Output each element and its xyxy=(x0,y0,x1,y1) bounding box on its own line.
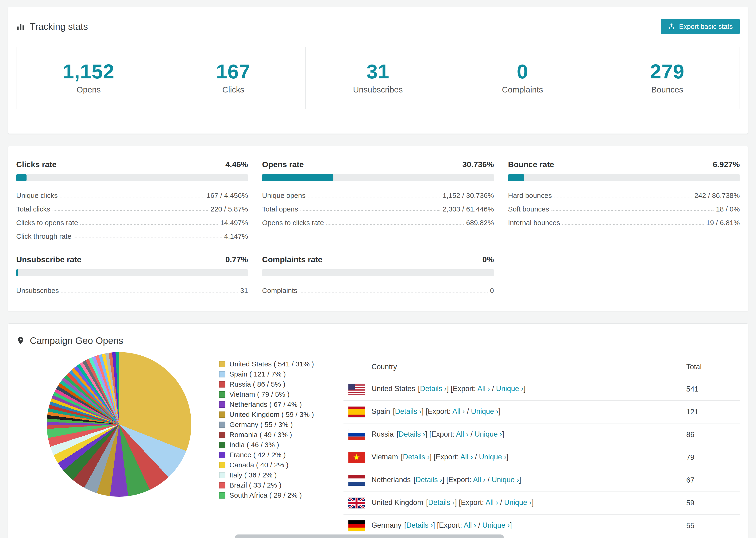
legend-item: United Kingdom ( 59 / 3% ) xyxy=(219,409,314,420)
legend-color-swatch xyxy=(219,391,225,398)
rate-rows: Complaints 0 xyxy=(262,282,494,296)
dotted-leader xyxy=(554,197,692,197)
details-link[interactable]: Details › xyxy=(428,498,455,507)
dotted-leader xyxy=(60,197,204,197)
stat-label: Bounces xyxy=(595,85,739,94)
punctuation: ] xyxy=(507,453,509,461)
legend-label: Italy ( 36 / 2% ) xyxy=(229,471,277,479)
punctuation: [ xyxy=(401,453,403,461)
rate-row-label: Unsubscribes xyxy=(16,287,59,296)
country-total: 59 xyxy=(686,492,740,514)
legend-label: Russia ( 86 / 5% ) xyxy=(229,380,285,388)
stat-box: 167 Clicks xyxy=(161,47,306,109)
details-link[interactable]: Details › xyxy=(399,430,425,438)
export-unique-link[interactable]: Unique › xyxy=(496,385,523,393)
rate-row: Unsubscribes 31 xyxy=(16,282,248,296)
rate-block: Bounce rate 6.927% Hard bounces 242 / 86… xyxy=(508,160,740,241)
country-total: 67 xyxy=(686,469,740,492)
export-all-link[interactable]: All › xyxy=(486,498,498,507)
export-unique-link[interactable]: Unique › xyxy=(471,407,499,415)
country-name: United States xyxy=(371,385,415,393)
export-all-link[interactable]: All › xyxy=(456,430,468,438)
legend-item: Spain ( 121 / 7% ) xyxy=(219,369,314,379)
legend-color-swatch xyxy=(219,472,225,478)
punctuation: ] xyxy=(531,498,534,507)
country-name: Netherlands xyxy=(371,476,411,484)
details-link[interactable]: Details › xyxy=(406,521,433,529)
stat-box: 1,152 Opens xyxy=(17,47,161,109)
legend-color-swatch xyxy=(219,432,225,438)
dotted-leader xyxy=(326,224,464,225)
geo-legend: United States ( 541 / 31% ) Spain ( 121 … xyxy=(219,359,314,501)
export-all-link[interactable]: All › xyxy=(473,476,486,484)
export-all-link[interactable]: All › xyxy=(460,453,473,461)
rate-progress-fill xyxy=(16,269,18,276)
export-unique-link[interactable]: Unique › xyxy=(479,453,507,461)
details-link[interactable]: Details › xyxy=(395,407,422,415)
export-all-link[interactable]: All › xyxy=(453,407,465,415)
punctuation: [ xyxy=(393,407,395,415)
export-all-link[interactable]: All › xyxy=(477,385,490,393)
details-link[interactable]: Details › xyxy=(420,385,447,393)
punctuation: / xyxy=(476,521,482,529)
geo-header: Campaign Geo Opens xyxy=(8,324,748,346)
geo-table-row: Vietnam[Details ›] [Export: All › / Uniq… xyxy=(344,446,740,469)
rate-row: Soft bounces 18 / 0% xyxy=(508,200,740,214)
rate-row-label: Soft bounces xyxy=(508,205,549,214)
punctuation: ] xyxy=(519,476,521,484)
rate-row: Unique opens 1,152 / 30.736% xyxy=(262,187,494,200)
punctuation: [ xyxy=(397,430,399,438)
dotted-leader xyxy=(562,224,704,225)
rate-row-value: 689.82% xyxy=(466,219,494,228)
map-pin-icon xyxy=(16,336,25,345)
punctuation: / xyxy=(486,476,492,484)
geo-title-text: Campaign Geo Opens xyxy=(30,336,123,346)
geo-table-row: United Kingdom[Details ›] [Export: All ›… xyxy=(344,492,740,514)
country-total: 541 xyxy=(686,378,740,401)
stat-label: Clicks xyxy=(161,85,305,94)
legend-item: Canada ( 40 / 2% ) xyxy=(219,460,314,470)
rate-row: Click through rate 4.147% xyxy=(16,228,248,241)
legend-color-swatch xyxy=(219,371,225,377)
export-basic-stats-button[interactable]: Export basic stats xyxy=(661,19,740,34)
legend-label: France ( 42 / 2% ) xyxy=(229,451,286,459)
rate-row-label: Click through rate xyxy=(16,232,71,241)
export-button-label: Export basic stats xyxy=(679,23,733,30)
punctuation: ] [Export: xyxy=(447,385,477,393)
rate-rows: Unique opens 1,152 / 30.736% Total opens… xyxy=(262,187,494,228)
tracking-stats-header: Tracking stats Export basic stats xyxy=(8,7,748,34)
export-unique-link[interactable]: Unique › xyxy=(474,430,502,438)
export-unique-link[interactable]: Unique › xyxy=(482,521,510,529)
export-unique-link[interactable]: Unique › xyxy=(492,476,519,484)
rate-row: Clicks to opens rate 14.497% xyxy=(16,214,248,228)
punctuation: [ xyxy=(418,385,420,393)
legend-color-swatch xyxy=(219,381,225,388)
export-all-link[interactable]: All › xyxy=(464,521,476,529)
geo-card: Campaign Geo Opens United States ( 541 /… xyxy=(8,323,748,538)
legend-label: Netherlands ( 67 / 4% ) xyxy=(229,401,302,408)
flag-vn-icon xyxy=(349,452,365,463)
page: Tracking stats Export basic stats 1,152 … xyxy=(0,0,756,538)
stat-box: 0 Complaints xyxy=(450,47,595,109)
punctuation: ] xyxy=(499,407,501,415)
legend-label: Romania ( 49 / 3% ) xyxy=(229,431,292,439)
flag-us-icon xyxy=(349,384,365,395)
rate-row-value: 242 / 86.738% xyxy=(694,191,740,200)
rate-row: Total opens 2,303 / 61.446% xyxy=(262,200,494,214)
country-total: 79 xyxy=(686,446,740,469)
rate-row: Unique clicks 167 / 4.456% xyxy=(16,187,248,200)
rate-rows: Hard bounces 242 / 86.738% Soft bounces … xyxy=(508,187,740,228)
punctuation: / xyxy=(498,498,504,507)
export-unique-link[interactable]: Unique › xyxy=(504,498,531,507)
punctuation: ] [Export: xyxy=(425,430,456,438)
details-link[interactable]: Details › xyxy=(415,476,442,484)
legend-item: Germany ( 55 / 3% ) xyxy=(219,420,314,430)
details-link[interactable]: Details › xyxy=(403,453,430,461)
rate-row-value: 18 / 0% xyxy=(716,205,740,214)
punctuation: ] xyxy=(523,385,526,393)
stat-value: 0 xyxy=(450,60,595,82)
legend-color-swatch xyxy=(219,361,225,367)
rate-rows: Unsubscribes 31 xyxy=(16,282,248,296)
geo-table-row: Spain[Details ›] [Export: All › / Unique… xyxy=(344,401,740,423)
horizontal-scrollbar-thumb[interactable] xyxy=(235,534,504,538)
